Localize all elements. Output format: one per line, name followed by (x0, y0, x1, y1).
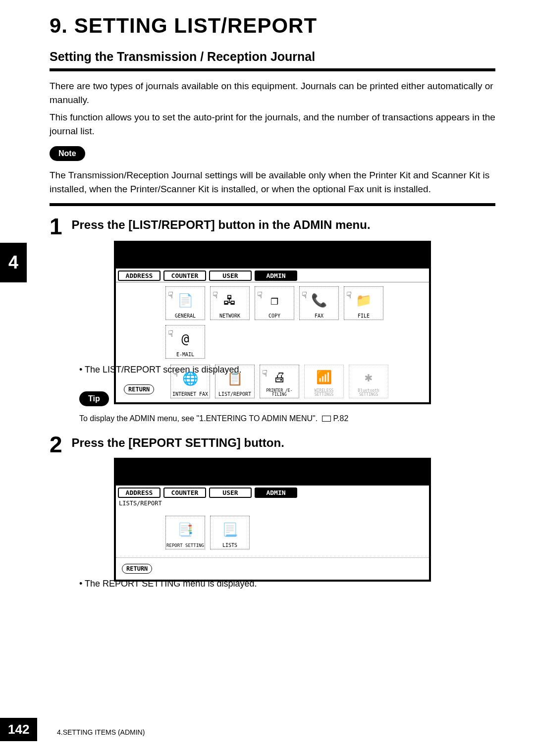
wireless-icon: 📶 (316, 365, 332, 389)
icon-label: NETWORK (219, 313, 240, 319)
wireless-settings-button: 📶WIRELESS SETTINGS (304, 365, 344, 398)
intro-paragraph-1: There are two types of journals availabl… (50, 79, 495, 107)
step-number: 2 (50, 431, 69, 458)
file-button[interactable]: ☟📁FILE (344, 286, 383, 320)
bluetooth-icon: ✱ (365, 365, 373, 389)
finger-icon: ☟ (302, 290, 307, 300)
copy-button[interactable]: ☟❐COPY (255, 286, 294, 320)
tip-text: To display the ADMIN menu, see "1.ENTERI… (79, 414, 525, 423)
rule (50, 203, 495, 206)
screen-breadcrumb: LISTS/REPORT (116, 499, 429, 508)
finger-icon: ☟ (213, 290, 218, 300)
icon-label: PRINTER /E-FILING (260, 389, 299, 397)
icon-label: LISTS (222, 542, 237, 548)
icon-label: REPORT SETTING (166, 543, 204, 548)
intro-paragraph-2: This function allows you to set the auto… (50, 110, 495, 138)
icon-label: E-MAIL (176, 352, 194, 357)
step2-result: • The REPORT SETTING menu is displayed. (79, 579, 257, 589)
bluetooth-settings-button: ✱Bluetooth SETTINGS (349, 365, 388, 398)
finger-icon: ☟ (346, 290, 352, 300)
book-icon (322, 416, 331, 422)
lists-icon: 📃 (222, 516, 238, 542)
tip-body: To display the ADMIN menu, see "1.ENTERI… (79, 414, 318, 423)
admin-menu-screenshot: ADDRESS COUNTER USER ADMIN ☟📄GENERAL ☟🖧N… (114, 241, 431, 404)
general-icon: 📄 (177, 287, 193, 313)
copy-icon: ❐ (270, 287, 278, 313)
tip-page-ref: P.82 (333, 414, 348, 423)
tab-address[interactable]: ADDRESS (118, 487, 160, 498)
icon-label: FILE (358, 313, 370, 319)
return-button[interactable]: RETURN (124, 384, 154, 394)
step1-result: • The LIST/REPORT screen is displayed. (79, 365, 241, 375)
finger-icon: ☟ (262, 368, 268, 378)
return-button[interactable]: RETURN (122, 564, 152, 574)
step-title: Press the [LIST/REPORT] button in the AD… (71, 218, 370, 232)
finger-icon: ☟ (257, 290, 263, 300)
footer-section-label: 4.SETTING ITEMS (ADMIN) (57, 728, 145, 736)
rule (50, 68, 495, 71)
section-subheading: Setting the Transmission / Reception Jou… (50, 50, 315, 64)
tip-badge: Tip (79, 391, 109, 406)
email-button[interactable]: ☟@E-MAIL (165, 325, 205, 359)
icon-label: GENERAL (175, 313, 196, 319)
icon-label: LIST/REPORT (218, 391, 251, 397)
step1-result-text: The LIST/REPORT screen is displayed. (85, 365, 241, 375)
tab-user[interactable]: USER (209, 270, 252, 281)
step-title: Press the [REPORT SETTING] button. (71, 436, 284, 450)
icon-label: INTERNET FAX (172, 391, 208, 397)
file-icon: 📁 (356, 287, 372, 313)
fax-icon: 📞 (311, 287, 327, 313)
email-icon: @ (181, 325, 189, 352)
chapter-title: 9. SETTING LIST/REPORT (50, 14, 317, 38)
tab-address[interactable]: ADDRESS (118, 270, 160, 281)
finger-icon: ☟ (168, 290, 173, 300)
icon-label: FAX (315, 313, 323, 319)
network-button[interactable]: ☟🖧NETWORK (210, 286, 250, 320)
tab-admin[interactable]: ADMIN (255, 487, 297, 498)
lists-button[interactable]: 📃LISTS (210, 516, 250, 549)
tab-user[interactable]: USER (209, 487, 252, 498)
report-setting-icon: 📑 (177, 516, 193, 543)
tab-counter[interactable]: COUNTER (163, 487, 206, 498)
report-setting-button[interactable]: 📑REPORT SETTING (165, 516, 205, 549)
tab-admin[interactable]: ADMIN (255, 270, 297, 281)
step2-result-text: The REPORT SETTING menu is displayed. (85, 579, 257, 589)
icon-label: Bluetooth SETTINGS (349, 389, 388, 397)
step-number: 1 (50, 213, 69, 240)
general-button[interactable]: ☟📄GENERAL (165, 286, 205, 320)
chapter-side-tab: 4 (0, 243, 27, 282)
page-number-badge: 142 (0, 718, 37, 741)
note-badge: Note (50, 146, 85, 161)
network-icon: 🖧 (223, 287, 236, 313)
fax-button[interactable]: ☟📞FAX (299, 286, 339, 320)
printer-efiling-button[interactable]: ☟🖨PRINTER /E-FILING (260, 365, 299, 398)
finger-icon: ☟ (168, 328, 173, 339)
lists-report-screenshot: ADDRESS COUNTER USER ADMIN LISTS/REPORT … (114, 458, 431, 582)
icon-label: WIRELESS SETTINGS (305, 389, 343, 397)
icon-label: COPY (268, 313, 280, 319)
printer-icon: 🖨 (273, 365, 286, 389)
note-text: The Transmission/Reception Journal setti… (50, 168, 495, 196)
tab-counter[interactable]: COUNTER (163, 270, 206, 281)
